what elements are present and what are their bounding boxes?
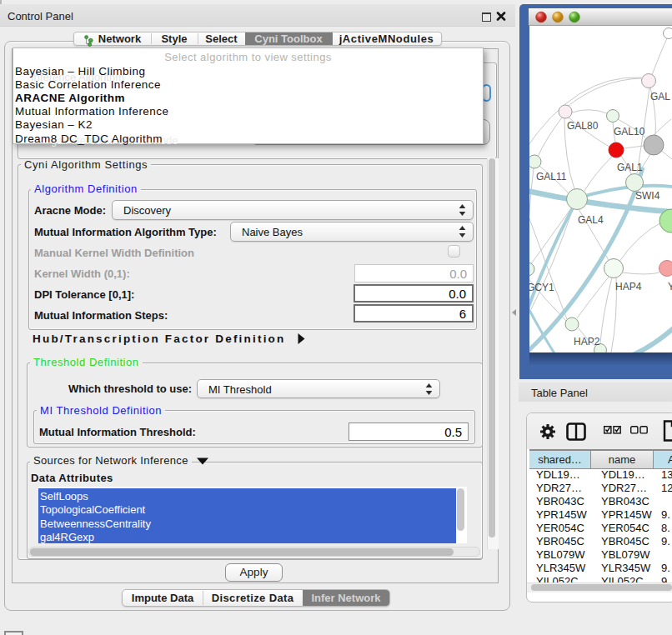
svg-text:GAL4: GAL4 (578, 214, 604, 226)
svg-text:GAL10: GAL10 (614, 126, 645, 138)
svg-text:GAL80: GAL80 (567, 120, 599, 132)
svg-text:GCY1: GCY1 (529, 282, 554, 293)
svg-text:GAL: GAL (650, 91, 670, 102)
svg-text:GAL11: GAL11 (536, 171, 567, 182)
svg-text:HAP2: HAP2 (574, 336, 600, 348)
svg-text:GAL1: GAL1 (617, 162, 643, 173)
svg-text:HAP4: HAP4 (615, 281, 642, 292)
svg-text:SWI4: SWI4 (635, 190, 660, 202)
svg-text:Y: Y (668, 281, 672, 292)
